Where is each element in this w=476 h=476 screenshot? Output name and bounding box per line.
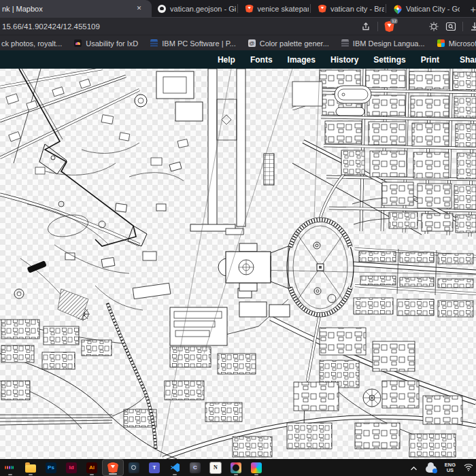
menu-images[interactable]: Images [288, 55, 316, 65]
tab-strip: nk | Mapbox ✕ vatican.geojson - GitHub v… [0, 0, 476, 17]
tab-google-maps[interactable]: Vatican City - Google Maps [388, 0, 460, 17]
menu-fonts[interactable]: Fonts [250, 55, 273, 65]
tab-title: Vatican City - Google Maps [406, 5, 460, 13]
brave-icon [107, 462, 118, 473]
download-icon[interactable] [469, 21, 476, 32]
palette-favicon: @ [248, 39, 256, 47]
menu-settings[interactable]: Settings [373, 55, 405, 65]
toolbar-separator [462, 22, 463, 31]
toolbar-separator [377, 22, 378, 31]
vatican-line-map [0, 69, 476, 459]
ibm-favicon [150, 39, 158, 47]
taskbar-creative-cloud[interactable] [226, 459, 246, 476]
language-bottom: US [447, 467, 454, 473]
bookmark-label: IBM Design Langua... [353, 39, 425, 48]
bookmark-stock-photos[interactable]: ck photos, royalt... [1, 39, 62, 48]
taskbar-figma[interactable] [0, 459, 20, 476]
ixd-favicon [74, 39, 82, 47]
cinema4d-icon: C [190, 462, 201, 473]
tab-title: nk | Mapbox [2, 5, 43, 13]
ibm-design-favicon [341, 39, 349, 47]
menu-history[interactable]: History [330, 55, 358, 65]
palette-extension-icon[interactable] [411, 21, 422, 32]
taskbar-photoshop[interactable]: Ps [41, 459, 61, 476]
bookmark-ibm-pc[interactable]: IBM PC Software | P... [150, 39, 235, 48]
menu-help[interactable]: Help [218, 55, 235, 65]
steam-icon [129, 462, 139, 473]
taskbar-steam[interactable] [124, 459, 144, 476]
google-maps-favicon [392, 3, 403, 14]
taskbar-brave[interactable] [102, 459, 124, 476]
obelisk-center [319, 266, 322, 269]
taskbar-illustrator[interactable]: Ai [82, 459, 102, 476]
notion-icon: N [209, 462, 222, 474]
bookmark-label: Usability for IxD [86, 39, 138, 48]
tab-separator [237, 4, 238, 13]
taskbar-copilot[interactable] [246, 459, 267, 476]
taskbar-explorer[interactable] [20, 459, 41, 476]
screenshot-search-icon[interactable] [445, 21, 456, 32]
tray-chevron-icon[interactable] [410, 462, 418, 474]
copilot-icon [251, 462, 262, 473]
indesign-icon: Id [66, 462, 77, 473]
tab-title: venice skatepark blueprints - B [258, 5, 309, 13]
tab-separator [310, 4, 311, 13]
taskbar-vscode[interactable] [165, 459, 185, 476]
tab-venice-skatepark[interactable]: venice skatepark blueprints - B [239, 0, 309, 17]
windows-favicon [437, 39, 445, 47]
tab-title: vatican city - Brave Search [330, 5, 384, 13]
round-plaza [363, 389, 381, 407]
menu-print[interactable]: Print [421, 55, 439, 65]
tab-github[interactable]: vatican.geojson - GitHub [152, 0, 236, 17]
map-canvas[interactable] [0, 69, 476, 459]
bookmark-ms-windows[interactable]: Microsoft Windows... [437, 39, 476, 48]
bookmark-label: ck photos, royalt... [1, 39, 62, 48]
photoshop-icon: Ps [46, 462, 56, 473]
tab-brave-search[interactable]: vatican city - Brave Search [312, 0, 384, 17]
creative-cloud-icon [231, 462, 241, 473]
bookmark-ibm-design[interactable]: IBM Design Langua... [341, 39, 425, 48]
language-indicator[interactable]: ENG US [445, 462, 456, 473]
folder-icon [25, 464, 36, 473]
brave-favicon [245, 5, 254, 13]
tab-mapbox[interactable]: nk | Mapbox ✕ [0, 0, 152, 17]
site-menubar: Help Fonts Images History Settings Print… [0, 50, 476, 69]
brave-shield-icon[interactable]: 12 [384, 21, 395, 32]
bookmark-usability-ixd[interactable]: Usability for IxD [74, 39, 138, 48]
wifi-icon[interactable] [464, 462, 473, 474]
menu-share-button[interactable]: Share [456, 55, 476, 65]
close-tab-icon[interactable]: ✕ [135, 4, 143, 13]
bookmark-label: IBM PC Software | P... [162, 39, 235, 48]
taskbar-indesign[interactable]: Id [61, 459, 82, 476]
taskbar-notion[interactable]: N [205, 459, 226, 476]
github-favicon [158, 5, 166, 13]
figma-icon [5, 462, 16, 473]
taskbar-cinema4d[interactable]: C [185, 459, 205, 476]
new-tab-button[interactable]: + [471, 4, 476, 15]
share-label: Share [460, 55, 476, 65]
tab-title: vatican.geojson - GitHub [170, 5, 236, 13]
brave-favicon [318, 5, 326, 13]
system-tray: ENG US [410, 459, 476, 476]
teams-icon: T [149, 462, 160, 473]
bookmarks-bar: ck photos, royalt... Usability for IxD I… [0, 35, 476, 51]
tab-separator [386, 4, 386, 13]
browser-window: nk | Mapbox ✕ vatican.geojson - GitHub v… [0, 0, 476, 476]
starburst-extension-icon[interactable] [428, 21, 439, 32]
onedrive-icon[interactable] [426, 466, 437, 473]
bookmark-label: Microsoft Windows... [449, 39, 476, 48]
share-icon[interactable] [360, 21, 371, 32]
sistine-chapel [226, 228, 243, 235]
bookmark-label: Color palette gener... [260, 39, 329, 48]
url-field[interactable]: 15.66/41.902424/12.455109 [2, 22, 100, 31]
taskbar-teams[interactable]: T [144, 459, 165, 476]
windows-taskbar: Ps Id Ai T C [0, 459, 476, 476]
bookmark-color-palette[interactable]: @ Color palette gener... [248, 39, 329, 48]
illustrator-icon: Ai [86, 462, 97, 473]
shield-badge: 12 [390, 18, 398, 24]
vscode-icon [169, 462, 180, 473]
address-toolbar: 15.66/41.902424/12.455109 12 [0, 17, 476, 35]
